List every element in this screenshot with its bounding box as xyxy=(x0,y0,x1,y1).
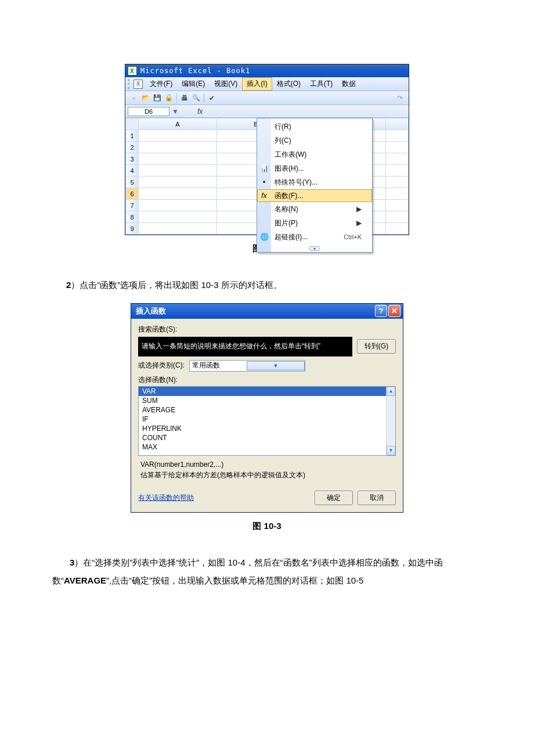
select-function-label: 选择函数(N): xyxy=(138,375,396,385)
function-description: VAR(number1,number2,...) 估算基于给定样本的方差(忽略样… xyxy=(138,456,396,488)
menu-item-icon: 📊 xyxy=(259,164,269,172)
menu-item-label: 图片(P) xyxy=(275,218,298,228)
excel-title-text: Microsoft Excel - Book1 xyxy=(140,67,250,75)
excel-menubar: X 文件(F) 编辑(E) 视图(V) 插入(I) 格式(O) 工具(T) 数据 xyxy=(125,77,409,91)
spellcheck-icon[interactable] xyxy=(207,93,217,103)
select-all-corner[interactable] xyxy=(126,118,139,130)
function-list-item[interactable]: IF xyxy=(139,415,386,424)
menu-insert[interactable]: 插入(I) xyxy=(242,77,272,91)
submenu-arrow-icon: ▶ xyxy=(356,205,362,213)
menu-item-icon: fx xyxy=(259,192,269,200)
menu-item-label: 行(R) xyxy=(275,122,291,132)
listbox-scrollbar[interactable]: ▲ ▼ xyxy=(386,387,395,455)
scroll-down-icon[interactable]: ▼ xyxy=(387,446,395,455)
excel-namebox-row: D6 ▼ fx xyxy=(125,105,409,118)
excel-app-icon: X xyxy=(128,66,137,75)
row-header[interactable]: 2 xyxy=(126,142,139,153)
insert-menu-item[interactable]: 📊图表(H)... xyxy=(257,161,372,175)
submenu-arrow-icon: ▶ xyxy=(356,219,362,227)
function-list-item[interactable]: SUM xyxy=(139,396,386,405)
scroll-up-icon[interactable]: ▲ xyxy=(387,387,395,396)
document-icon: X xyxy=(134,80,143,89)
col-header-blank[interactable] xyxy=(385,118,408,130)
insert-menu-item[interactable]: 图片(P)▶ xyxy=(257,216,372,230)
menu-item-icon: 🌐 xyxy=(259,233,269,241)
excel-window: X Microsoft Excel - Book1 X 文件(F) 编辑(E) … xyxy=(125,64,409,235)
menu-item-label: 工作表(W) xyxy=(275,150,306,160)
function-summary: 估算基于给定样本的方差(忽略样本中的逻辑值及文本) xyxy=(140,470,394,480)
name-box[interactable]: D6 xyxy=(128,107,169,116)
insert-menu-item[interactable]: 列(C) xyxy=(257,134,372,147)
para-text: ”,点击“确定”按钮，出现输入数据或单元格范围的对话框；如图 10-5 xyxy=(106,575,363,585)
function-list-item[interactable]: HYPERLINK xyxy=(139,424,386,433)
menu-item-label: 列(C) xyxy=(275,136,291,146)
ok-button[interactable]: 确定 xyxy=(315,491,353,505)
cancel-button[interactable]: 取消 xyxy=(358,491,396,505)
insert-menu-item[interactable]: 🌐超链接(I)...Ctrl+K xyxy=(257,230,372,244)
combobox-dropdown-icon[interactable]: ▼ xyxy=(247,361,305,370)
excel-toolbar xyxy=(125,91,409,105)
go-button[interactable]: 转到(G) xyxy=(357,339,396,354)
search-function-label: 搜索函数(S): xyxy=(138,325,396,334)
chevron-down-icon[interactable]: ▾ xyxy=(309,246,320,251)
menu-item-label: 图表(H)... xyxy=(275,164,304,174)
print-preview-icon[interactable] xyxy=(191,93,201,103)
insert-menu-item[interactable]: fx函数(F)... xyxy=(257,189,372,202)
redo-icon[interactable] xyxy=(395,93,405,103)
insert-menu: 行(R)列(C)工作表(W)📊图表(H)...•特殊符号(Y)...fx函数(F… xyxy=(257,118,373,253)
function-list-item[interactable]: MAX xyxy=(139,442,386,452)
row-header[interactable]: 5 xyxy=(126,177,139,188)
category-value: 常用函数 xyxy=(190,361,247,370)
fx-icon[interactable]: fx xyxy=(197,107,203,116)
print-icon[interactable] xyxy=(179,93,190,103)
row-header[interactable]: 8 xyxy=(126,211,139,223)
dialog-title-text: 插入函数 xyxy=(136,306,166,316)
row-header[interactable]: 7 xyxy=(126,200,139,211)
menu-data[interactable]: 数据 xyxy=(337,77,360,91)
help-button[interactable]: ? xyxy=(375,305,387,317)
function-listbox[interactable]: VARSUMAVERAGEIFHYPERLINKCOUNTMAX ▲ ▼ xyxy=(138,386,396,456)
toolbar-grip-icon xyxy=(128,79,131,89)
menu-edit[interactable]: 编辑(E) xyxy=(177,77,210,91)
col-header-a[interactable]: A xyxy=(139,118,217,130)
menu-tools[interactable]: 工具(T) xyxy=(305,77,337,91)
insert-menu-item[interactable]: 工作表(W) xyxy=(257,147,372,161)
body-paragraph-3: 3）在“选择类别”列表中选择“统计”，如图 10-4，然后在“函数名”列表中选择… xyxy=(52,553,482,590)
row-header[interactable]: 4 xyxy=(126,165,139,177)
category-combobox[interactable]: 常用函数 ▼ xyxy=(189,360,305,372)
permission-icon[interactable] xyxy=(164,93,174,103)
function-help-link[interactable]: 有关该函数的帮助 xyxy=(138,493,194,503)
new-file-icon[interactable] xyxy=(129,93,139,103)
insert-function-dialog: 插入函数 ? ✕ 搜索函数(S): 请输入一条简短的说明来描述您想做什么，然后单… xyxy=(131,303,403,513)
menu-format[interactable]: 格式(O) xyxy=(272,77,305,91)
insert-menu-item[interactable]: 行(R) xyxy=(257,120,372,134)
save-icon[interactable] xyxy=(152,93,163,103)
menu-item-label: 超链接(I)... xyxy=(275,232,308,242)
insert-menu-item[interactable]: 名称(N)▶ xyxy=(257,202,372,216)
body-paragraph-2: 2）点击“函数”选项后，将出现如图 10-3 所示的对话框。 xyxy=(52,276,482,294)
row-header[interactable]: 9 xyxy=(126,223,139,235)
menu-item-label: 特殊符号(Y)... xyxy=(275,178,317,188)
row-header-selected[interactable]: 6 xyxy=(126,188,139,200)
function-list-item[interactable]: AVERAGE xyxy=(139,405,386,415)
namebox-dropdown-icon[interactable]: ▼ xyxy=(172,107,179,116)
function-list-item[interactable]: VAR xyxy=(139,387,386,396)
toolbar-separator xyxy=(176,93,177,103)
insert-menu-item[interactable]: •特殊符号(Y)... xyxy=(257,175,372,189)
menu-view[interactable]: 视图(V) xyxy=(210,77,242,91)
search-function-input[interactable]: 请输入一条简短的说明来描述您想做什么，然后单击“转到” xyxy=(138,337,352,357)
row-header[interactable]: 1 xyxy=(126,130,139,142)
figure-caption-10-3: 图 10-3 xyxy=(252,521,281,532)
menu-shortcut: Ctrl+K xyxy=(344,233,362,240)
row-header[interactable]: 3 xyxy=(126,153,139,165)
toolbar-separator xyxy=(204,93,204,103)
dialog-titlebar: 插入函数 ? ✕ xyxy=(131,304,403,319)
close-button[interactable]: ✕ xyxy=(388,305,400,317)
function-list-item[interactable]: COUNT xyxy=(139,433,386,442)
menu-item-label: 名称(N) xyxy=(275,204,298,214)
category-label: 或选择类别(C): xyxy=(138,361,185,370)
open-file-icon[interactable] xyxy=(140,93,151,103)
menu-expand-row[interactable]: ▾ xyxy=(257,245,372,252)
function-signature: VAR(number1,number2,...) xyxy=(140,459,394,470)
menu-file[interactable]: 文件(F) xyxy=(145,77,177,91)
